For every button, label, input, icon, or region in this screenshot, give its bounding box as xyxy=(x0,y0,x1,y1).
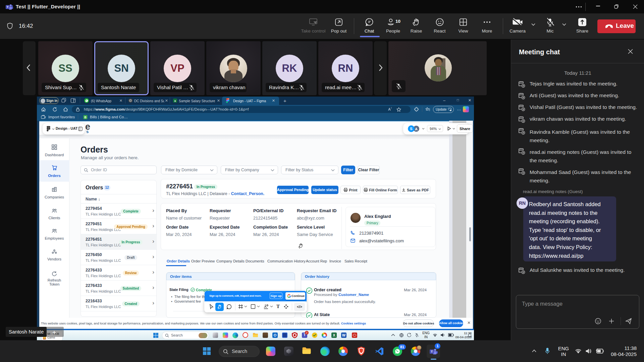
svg-text:B: B xyxy=(84,116,86,119)
svg-text:x: x xyxy=(174,99,176,103)
svg-text:T: T xyxy=(431,350,433,353)
svg-text:!: ! xyxy=(450,109,451,111)
svg-text:10: 10 xyxy=(395,19,400,24)
svg-text:T: T xyxy=(7,5,9,9)
